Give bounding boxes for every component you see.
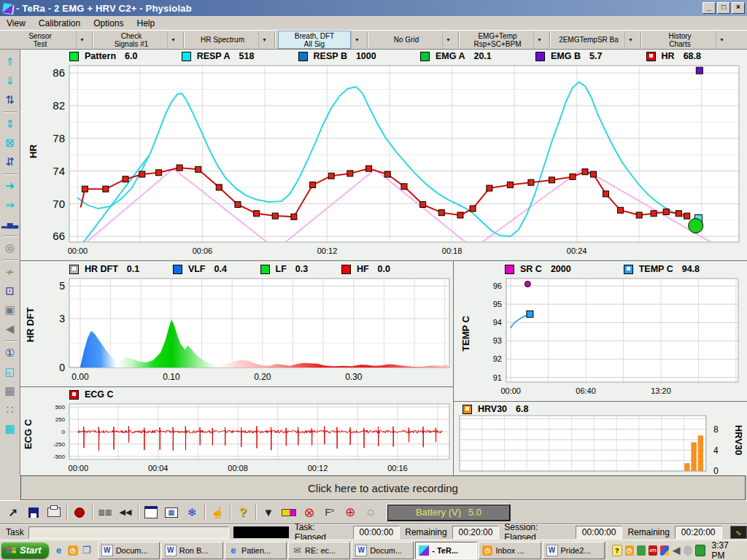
svg-text:66: 66 (53, 230, 65, 242)
taskbar-item-document2[interactable]: WDocum... (352, 542, 414, 559)
review-cards-button[interactable]: ▥▥ (96, 504, 115, 521)
start-button[interactable]: Start (1, 542, 49, 559)
svg-text:-250: -250 (53, 441, 66, 448)
manual-event-button[interactable]: ☝ (208, 504, 227, 521)
record-button[interactable] (70, 504, 89, 521)
window-button[interactable] (142, 504, 160, 521)
autoscale-icon[interactable]: ⇕ (1, 114, 19, 133)
dropdown-arrow-icon[interactable]: ▼ (351, 31, 363, 49)
dropdown-arrow-icon[interactable]: ▼ (258, 31, 270, 49)
svg-text:0.10: 0.10 (163, 372, 180, 382)
resp-a-chip-icon (182, 52, 191, 61)
hrv30-chip-icon (462, 405, 472, 414)
save-button[interactable] (24, 504, 43, 521)
menu-options[interactable]: Options (87, 17, 130, 30)
sound-layers-icon[interactable]: ▣ (1, 300, 19, 319)
svg-text:00:16: 00:16 (387, 464, 408, 472)
rewind-button[interactable]: ◀◀ (116, 504, 135, 521)
dropdown-arrow-icon[interactable]: ▼ (533, 31, 545, 49)
save-icon (28, 508, 39, 518)
media-quicklaunch-icon[interactable]: ❐ (81, 545, 93, 556)
minimize-button[interactable]: _ (703, 2, 716, 14)
signal-monitor-icon[interactable]: ∿ (730, 526, 747, 539)
fahrenheit-button[interactable]: F° (320, 504, 339, 521)
marker-box-icon[interactable]: ⊡ (1, 281, 19, 300)
zoom-one-icon[interactable]: ◎ (1, 238, 19, 257)
disable-button[interactable]: ⊗ (300, 504, 319, 521)
antivirus-tray-icon[interactable] (637, 545, 646, 556)
title-bar[interactable]: - TeRa - 2 EMG + HRV C2+ - Physiolab _ □… (0, 0, 747, 16)
taskbar-item-re-ecg[interactable]: ✉RE: ec... (288, 542, 350, 559)
freeze-button[interactable]: ❄ (182, 504, 201, 521)
advance-trace-icon[interactable]: ⇒ (1, 195, 19, 214)
display-tray-icon[interactable] (660, 545, 669, 556)
preset-button-hr-spectrum[interactable]: HR Spectrum ▼ (187, 31, 270, 49)
dropdown-arrow-icon[interactable]: ▼ (167, 31, 179, 49)
crosshair-button[interactable]: ⊕ (341, 504, 360, 521)
menu-calibration[interactable]: Calibration (32, 17, 87, 30)
dotted-circle-button[interactable]: ◌ (361, 504, 380, 521)
preset-button-sensor-test[interactable]: SensorTest ▼ (4, 31, 88, 49)
preset-button-no-grid[interactable]: No Grid ▼ (371, 31, 454, 49)
network-tray-icon[interactable] (695, 545, 705, 556)
taskbar-item-ronb[interactable]: WRon B... (161, 542, 223, 559)
help-tray-icon[interactable]: ? (612, 545, 622, 556)
svg-text:94: 94 (493, 318, 502, 327)
preset-button-breath-dft[interactable]: Breath, DFTAll Sig ▼ (278, 31, 363, 49)
speaker-icon[interactable]: ◀ (1, 319, 19, 338)
color-scale-button[interactable] (279, 504, 298, 521)
marker-flag-button[interactable]: ▼ (259, 504, 278, 521)
power-tray-icon[interactable] (684, 545, 692, 556)
svg-text:00:12: 00:12 (308, 464, 328, 472)
help-button[interactable]: ? (233, 504, 252, 521)
window-asterisk-button[interactable]: ▦ (162, 504, 181, 521)
taskbar-item-inbox[interactable]: ◷Inbox ... (479, 542, 541, 559)
scale-down-icon[interactable]: ⇓ (1, 71, 19, 90)
preset-button-history-charts[interactable]: HistoryCharts ▼ (644, 31, 727, 49)
ati-tray-icon[interactable]: ATI (649, 545, 657, 556)
preset-button-emg-temp[interactable]: EMG+TempRsp+SC+BPM ▼ (462, 31, 545, 49)
fahrenheit-icon: F° (325, 507, 334, 518)
volume-tray-icon[interactable]: ◀ (672, 545, 681, 556)
signals-updown-icon[interactable]: ⇅ (1, 90, 19, 109)
close-button[interactable]: × (732, 2, 745, 14)
dots-grid-icon[interactable]: ∷ (1, 400, 19, 419)
dotted-circle-icon: ◌ (367, 505, 374, 520)
legend-item-lf: LF0.3 (260, 264, 309, 274)
activate-recording-button[interactable]: Click here to activate recording (20, 475, 746, 500)
hr-dft-legend: HR DFT0.1 VLF0.4 LF0.3 HF0.0 (69, 262, 390, 276)
exclude-trace-icon[interactable]: ≁ (1, 262, 19, 281)
dropdown-arrow-icon[interactable]: ▼ (442, 31, 454, 49)
taskbar-item-tera[interactable]: - TeR... (415, 542, 477, 559)
task-elapsed-value: 00:00:00 (353, 526, 400, 539)
checker-icon[interactable]: ▦ (1, 381, 19, 400)
clock-tray-icon[interactable]: ◷ (625, 545, 634, 556)
overlap-windows-icon[interactable]: ◱ (1, 362, 19, 381)
clock-quicklaunch-icon[interactable]: ◷ (67, 545, 79, 556)
ie-quicklaunch-icon[interactable]: e (53, 545, 65, 556)
pointer-button[interactable]: ↗ (4, 504, 23, 521)
menu-view[interactable]: View (0, 17, 32, 30)
preset-button-2emgtempsr[interactable]: 2EMGTempSR Ba ▼ (553, 31, 636, 49)
status-bar: Task Task: Elapsed 00:00:00 Remaining 00… (0, 524, 747, 540)
counter-panel-icon[interactable]: ① (1, 343, 19, 362)
grid-icon[interactable]: ▦ (1, 419, 19, 438)
dropdown-arrow-icon[interactable]: ▼ (624, 31, 636, 49)
resp-b-chip-icon (298, 52, 308, 61)
restore-button[interactable]: □ (717, 2, 730, 14)
taskbar-item-pride2[interactable]: WPride2... (543, 542, 605, 559)
scale-up-icon[interactable]: ⇑ (1, 52, 19, 71)
toolbar-separator (367, 32, 368, 47)
dropdown-arrow-icon[interactable]: ▼ (76, 31, 88, 49)
svg-text:06:40: 06:40 (576, 386, 596, 395)
adjust-signals-icon[interactable]: ⇵ (1, 152, 19, 171)
taskbar-item-document1[interactable]: WDocum... (98, 542, 160, 559)
reset-scale-icon[interactable]: ⊠ (1, 133, 19, 152)
pan-right-icon[interactable]: ➔ (1, 176, 19, 195)
print-button[interactable] (44, 504, 63, 521)
dropdown-arrow-icon[interactable]: ▼ (716, 31, 727, 49)
histogram-icon[interactable]: ▂▅▃ (1, 214, 19, 233)
taskbar-item-patient[interactable]: ePatien... (225, 542, 287, 559)
menu-help[interactable]: Help (131, 17, 162, 30)
preset-button-check-signals[interactable]: CheckSignals #1 ▼ (96, 31, 179, 49)
